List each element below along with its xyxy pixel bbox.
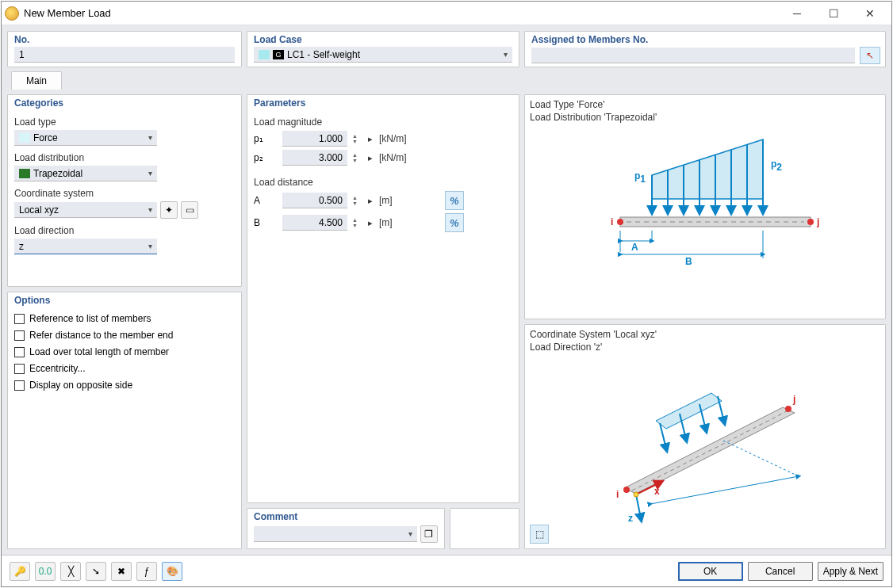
load-distribution-color-icon (19, 169, 30, 178)
panel-diagram-coord: Coordinate System 'Local xyz'Load Direct… (524, 324, 886, 549)
input-b[interactable] (282, 215, 347, 231)
label-p1: p₁ (254, 133, 276, 144)
percent-a-button[interactable]: % (445, 191, 464, 210)
goto-b-button[interactable]: ▸ (368, 218, 373, 228)
ok-button[interactable]: OK (678, 562, 743, 581)
svg-text:z: z (628, 513, 633, 524)
combo-load-type[interactable]: Force ▾ (14, 130, 157, 146)
library-icon: ▭ (186, 204, 194, 216)
svg-text:i: i (611, 216, 613, 227)
svg-text:A: A (631, 242, 638, 253)
footer: 🔑 0.0 ╳ ➘ ✖ ƒ 🎨 OK Cancel Apply & Next (2, 555, 891, 586)
svg-text:B: B (685, 256, 692, 267)
label-load-case: Load Case (247, 32, 519, 47)
new-coord-system-button[interactable]: ✦ (160, 201, 178, 219)
key-icon: 🔑 (14, 566, 26, 577)
tool-button-5[interactable]: ✖ (111, 562, 132, 581)
svg-point-41 (634, 492, 638, 497)
input-p1[interactable] (282, 131, 347, 147)
copy-comment-button[interactable]: ❐ (420, 525, 438, 543)
goto-a-button[interactable]: ▸ (368, 196, 373, 206)
tool-button-6[interactable]: ƒ (136, 562, 157, 581)
checkbox-ref-list[interactable] (14, 314, 25, 324)
unit-p1: [kN/m] (379, 133, 407, 144)
load-type-color-icon (19, 133, 30, 143)
apply-next-button[interactable]: Apply & Next (818, 562, 883, 581)
tool-button-7[interactable]: 🎨 (162, 562, 182, 581)
svg-marker-30 (656, 393, 722, 429)
spinner-p2[interactable]: ▲▼ (352, 152, 362, 163)
chevron-down-icon: ▾ (148, 242, 152, 250)
svg-line-36 (650, 476, 799, 504)
pick-members-button[interactable]: ↖ (860, 47, 880, 64)
spinner-p1[interactable]: ▲▼ (352, 133, 362, 144)
minimize-button[interactable]: ─ (779, 2, 815, 25)
options-title: Options (8, 292, 241, 307)
label-a: A (254, 195, 276, 206)
input-no[interactable] (14, 47, 235, 63)
diagram1-title: Load Type 'Force'Load Distribution 'Trap… (525, 95, 885, 124)
input-a[interactable] (282, 193, 347, 208)
cursor-pick-icon: ↖ (866, 50, 874, 61)
input-p2[interactable] (282, 150, 347, 166)
goto-p2-button[interactable]: ▸ (368, 153, 373, 163)
load-direction-value: z (19, 241, 24, 252)
combo-load-distribution[interactable]: Trapezoidal ▾ (14, 166, 157, 181)
diagram2-title: Coordinate System 'Local xyz'Load Direct… (525, 325, 885, 353)
spinner-a[interactable]: ▲▼ (352, 195, 362, 206)
label-no: No. (8, 32, 241, 47)
units-button[interactable]: 0.0 (35, 562, 56, 581)
label-load-direction: Load direction (14, 225, 235, 236)
render-view-button[interactable]: ⬚ (530, 525, 549, 544)
comment-title: Comment (247, 509, 444, 524)
spinner-b[interactable]: ▲▼ (352, 217, 362, 228)
checkbox-eccentricity[interactable] (14, 364, 25, 374)
svg-text:p2: p2 (771, 158, 782, 173)
combo-comment[interactable]: ▾ (254, 526, 417, 542)
unit-a: [m] (379, 195, 393, 206)
parameters-title: Parameters (247, 95, 519, 110)
combo-load-case[interactable]: G LC1 - Self-weight ▾ (254, 47, 512, 63)
label-ref-list: Reference to list of members (29, 313, 151, 324)
tool-button-4[interactable]: ➘ (86, 562, 106, 581)
categories-title: Categories (8, 95, 241, 110)
load-case-badge: G (273, 50, 284, 59)
content-area: No. Load Case G LC1 - Self-weight ▾ Assi… (2, 25, 891, 555)
load-type-value: Force (33, 132, 58, 143)
label-load-distribution: Load distribution (14, 152, 235, 163)
copy-icon: ❐ (424, 529, 433, 540)
panel-no: No. (7, 31, 242, 67)
cancel-button[interactable]: Cancel (748, 562, 813, 581)
checkbox-opposite-side[interactable] (14, 380, 25, 391)
input-assigned-members[interactable] (531, 48, 855, 63)
combo-coord-system[interactable]: Local xyz ▾ (14, 202, 157, 218)
close-button[interactable]: ✕ (852, 2, 888, 25)
panel-aux (450, 508, 519, 549)
tab-main[interactable]: Main (11, 71, 62, 90)
unit-p2: [kN/m] (379, 152, 407, 163)
member-icon: ╳ (68, 566, 74, 577)
checkbox-total-length[interactable] (14, 347, 25, 357)
combo-load-direction[interactable]: z ▾ (14, 239, 157, 254)
label-p2: p₂ (254, 152, 276, 163)
panel-categories: Categories Load type Force ▾ Load distri… (7, 94, 242, 287)
maximize-button[interactable]: ☐ (815, 2, 852, 25)
new-star-icon: ✦ (165, 204, 173, 216)
function-icon: ƒ (144, 566, 150, 577)
coord-system-library-button[interactable]: ▭ (181, 201, 198, 219)
svg-text:x: x (654, 486, 660, 497)
panel-assigned: Assigned to Members No. ↖ (524, 31, 886, 67)
help-button[interactable]: 🔑 (10, 562, 30, 581)
svg-point-14 (807, 219, 814, 225)
percent-b-button[interactable]: % (445, 213, 464, 232)
dialog-window: New Member Load ─ ☐ ✕ No. Load Case G LC… (1, 1, 892, 587)
tool-button-3[interactable]: ╳ (60, 562, 81, 581)
label-b: B (254, 217, 276, 228)
checkbox-refer-end[interactable] (14, 330, 25, 341)
goto-p1-button[interactable]: ▸ (368, 134, 373, 144)
svg-point-13 (617, 219, 623, 225)
load-distribution-value: Trapezoidal (33, 168, 82, 179)
diagram-force-svg: p1 p2 i j A (525, 124, 866, 286)
panel-load-case: Load Case G LC1 - Self-weight ▾ (247, 31, 519, 67)
label-load-magnitude: Load magnitude (254, 116, 512, 128)
